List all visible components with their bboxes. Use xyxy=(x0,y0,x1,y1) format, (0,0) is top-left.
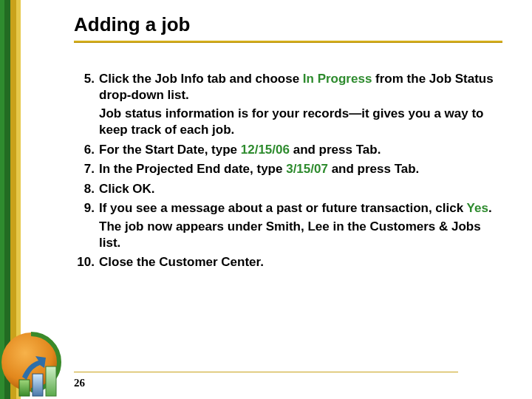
step-item: 7.In the Projected End date, type 3/15/0… xyxy=(74,161,502,177)
step-number: 7. xyxy=(74,161,99,177)
text-run: 3/15/07 xyxy=(286,162,328,176)
text-run: In Progress xyxy=(303,72,372,86)
step-subtext: The job now appears under Smith, Lee in … xyxy=(99,219,502,252)
step-number: 10. xyxy=(74,254,99,270)
text-run: Yes xyxy=(467,201,488,215)
text-run: and press Tab. xyxy=(290,143,381,157)
step-number: 5. xyxy=(74,71,99,139)
text-run: Click the Job Info tab and choose xyxy=(99,72,303,86)
text-run: and press Tab. xyxy=(328,162,419,176)
text-run: 12/15/06 xyxy=(241,143,290,157)
step-item: 10.Close the Customer Center. xyxy=(74,254,502,270)
text-run: Close the Customer Center. xyxy=(99,255,264,269)
step-item: 8.Click OK. xyxy=(74,181,502,197)
step-body: For the Start Date, type 12/15/06 and pr… xyxy=(99,142,502,158)
content-area: Adding a job 5.Click the Job Info tab an… xyxy=(74,13,502,274)
step-item: 5.Click the Job Info tab and choose In P… xyxy=(74,71,502,139)
steps-list: 5.Click the Job Info tab and choose In P… xyxy=(74,71,502,271)
step-body: Click OK. xyxy=(99,181,502,197)
page-number: 26 xyxy=(74,377,85,389)
step-body: Click the Job Info tab and choose In Pro… xyxy=(99,71,502,139)
slide: Adding a job 5.Click the Job Info tab an… xyxy=(0,0,532,399)
step-subtext: Job status information is for your recor… xyxy=(99,106,502,139)
step-body: If you see a message about a past or fut… xyxy=(99,200,502,251)
step-number: 8. xyxy=(74,181,99,197)
svg-rect-2 xyxy=(33,374,43,396)
step-body: Close the Customer Center. xyxy=(99,254,502,270)
title-underline xyxy=(74,41,502,43)
svg-rect-1 xyxy=(19,380,30,396)
text-run: . xyxy=(488,201,492,215)
step-item: 9.If you see a message about a past or f… xyxy=(74,200,502,251)
step-number: 6. xyxy=(74,142,99,158)
page-title: Adding a job xyxy=(74,13,502,36)
step-body: In the Projected End date, type 3/15/07 … xyxy=(99,161,502,177)
text-run: If you see a message about a past or fut… xyxy=(99,201,467,215)
step-item: 6.For the Start Date, type 12/15/06 and … xyxy=(74,142,502,158)
text-run: In the Projected End date, type xyxy=(99,162,286,176)
svg-rect-3 xyxy=(46,366,56,396)
footer-rule xyxy=(74,372,458,372)
text-run: Click OK. xyxy=(99,182,155,196)
step-number: 9. xyxy=(74,200,99,251)
corner-graphic-icon xyxy=(0,325,74,399)
text-run: For the Start Date, type xyxy=(99,143,241,157)
